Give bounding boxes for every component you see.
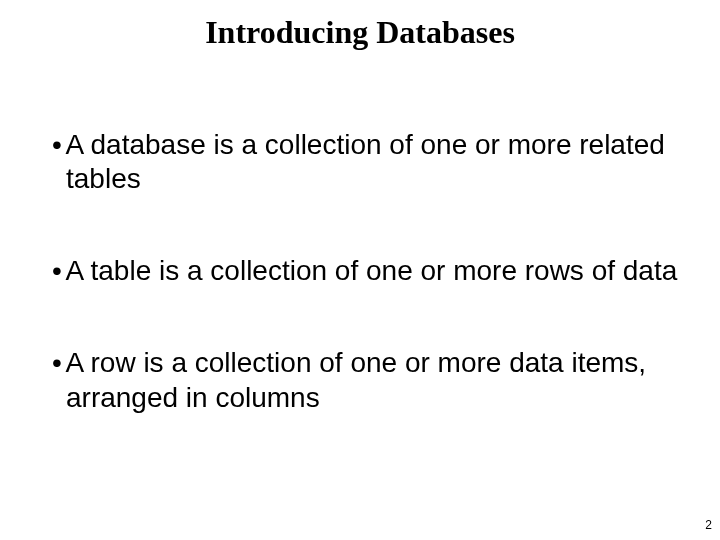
bullet-item: A database is a collection of one or mor… bbox=[52, 128, 680, 196]
bullet-item: A table is a collection of one or more r… bbox=[52, 254, 680, 288]
slide: Introducing Databases A database is a co… bbox=[0, 0, 720, 540]
bullet-item: A row is a collection of one or more dat… bbox=[52, 346, 680, 414]
page-number: 2 bbox=[705, 518, 712, 532]
slide-body: A database is a collection of one or mor… bbox=[52, 128, 680, 473]
slide-title: Introducing Databases bbox=[0, 14, 720, 51]
